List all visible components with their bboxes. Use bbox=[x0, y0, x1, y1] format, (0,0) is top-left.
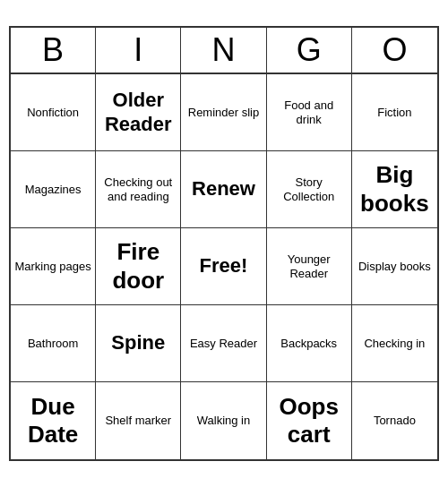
bingo-cell-20: Due Date bbox=[11, 382, 96, 459]
bingo-cell-19: Checking in bbox=[352, 305, 437, 382]
bingo-cell-13: Younger Reader bbox=[267, 228, 352, 305]
bingo-letter-O: O bbox=[352, 28, 437, 73]
bingo-letter-G: G bbox=[267, 28, 352, 73]
bingo-cell-9: Big books bbox=[352, 151, 437, 228]
bingo-cell-6: Checking out and reading bbox=[96, 151, 181, 228]
bingo-cell-4: Fiction bbox=[352, 74, 437, 151]
bingo-cell-15: Bathroom bbox=[11, 305, 96, 382]
bingo-letter-B: B bbox=[11, 28, 96, 73]
bingo-cell-14: Display books bbox=[352, 228, 437, 305]
bingo-cell-3: Food and drink bbox=[267, 74, 352, 151]
bingo-cell-5: Magazines bbox=[11, 151, 96, 228]
bingo-cell-17: Easy Reader bbox=[181, 305, 266, 382]
bingo-cell-21: Shelf marker bbox=[96, 382, 181, 459]
bingo-header: BINGO bbox=[11, 28, 437, 74]
bingo-card: BINGO NonfictionOlder ReaderReminder sli… bbox=[9, 26, 439, 461]
bingo-cell-8: Story Collection bbox=[267, 151, 352, 228]
bingo-cell-11: Fire door bbox=[96, 228, 181, 305]
bingo-cell-2: Reminder slip bbox=[181, 74, 266, 151]
bingo-cell-16: Spine bbox=[96, 305, 181, 382]
bingo-letter-I: I bbox=[96, 28, 181, 73]
bingo-cell-23: Oops cart bbox=[267, 382, 352, 459]
bingo-cell-1: Older Reader bbox=[96, 74, 181, 151]
bingo-cell-24: Tornado bbox=[352, 382, 437, 459]
bingo-cell-7: Renew bbox=[181, 151, 266, 228]
bingo-cell-0: Nonfiction bbox=[11, 74, 96, 151]
bingo-grid: NonfictionOlder ReaderReminder slipFood … bbox=[11, 74, 437, 459]
bingo-letter-N: N bbox=[181, 28, 266, 73]
bingo-cell-12: Free! bbox=[181, 228, 266, 305]
bingo-cell-22: Walking in bbox=[181, 382, 266, 459]
bingo-cell-10: Marking pages bbox=[11, 228, 96, 305]
bingo-cell-18: Backpacks bbox=[267, 305, 352, 382]
